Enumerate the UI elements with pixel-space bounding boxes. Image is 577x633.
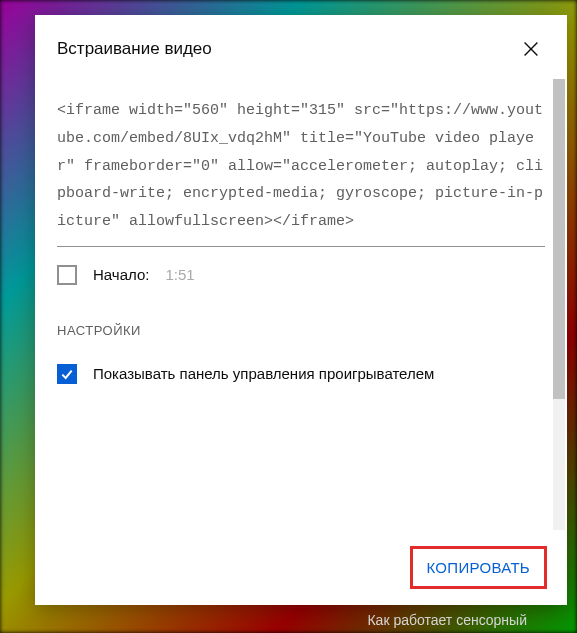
scrollbar-thumb[interactable] xyxy=(553,79,565,399)
embed-dialog: Встраивание видео <iframe width="560" he… xyxy=(35,15,567,605)
dialog-title: Встраивание видео xyxy=(57,39,212,59)
option-row-player-controls: Показывать панель управления проигрывате… xyxy=(57,360,545,388)
settings-heading: НАСТРОЙКИ xyxy=(57,323,545,338)
show-controls-label: Показывать панель управления проигрывате… xyxy=(93,365,434,382)
start-at-label: Начало: xyxy=(93,266,149,283)
settings-section: НАСТРОЙКИ Показывать панель управления п… xyxy=(57,303,545,388)
dialog-header: Встраивание видео xyxy=(35,15,567,79)
checkmark-icon xyxy=(59,366,75,382)
dialog-body: <iframe width="560" height="315" src="ht… xyxy=(35,79,567,530)
close-icon xyxy=(520,38,542,60)
start-at-checkbox[interactable] xyxy=(57,265,77,285)
start-at-row: Начало: 1:51 xyxy=(57,247,545,303)
show-controls-checkbox[interactable] xyxy=(57,364,77,384)
close-button[interactable] xyxy=(519,37,543,61)
dialog-footer: КОПИРОВАТЬ xyxy=(35,530,567,605)
start-at-time-input[interactable]: 1:51 xyxy=(165,266,194,283)
copy-button[interactable]: КОПИРОВАТЬ xyxy=(410,546,548,589)
background-text: Как работает сенсорный xyxy=(367,612,527,628)
embed-code-textarea[interactable]: <iframe width="560" height="315" src="ht… xyxy=(57,79,545,247)
